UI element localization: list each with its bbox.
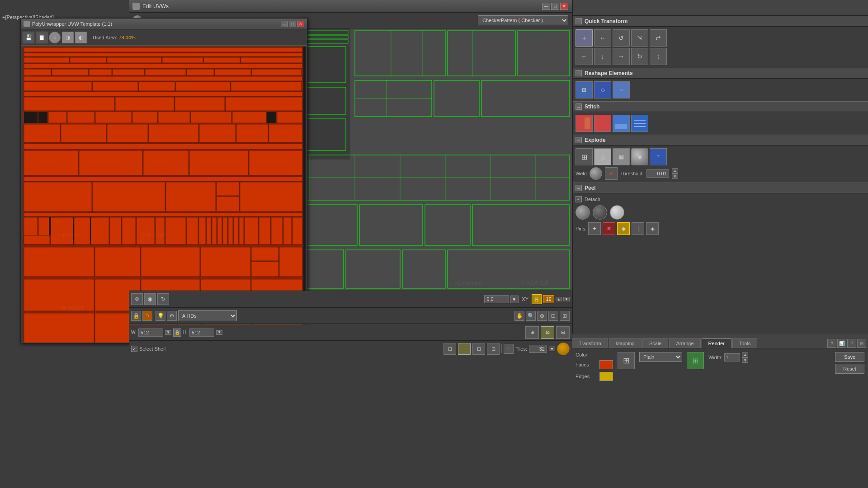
width-up-btn[interactable]: ▲ <box>742 352 748 357</box>
h-spin[interactable]: ▼ <box>216 330 222 335</box>
quick-transform-header[interactable]: – Quick Transform <box>573 16 868 27</box>
uv-ball-icon[interactable] <box>557 343 570 355</box>
tab-question-btn[interactable]: ? <box>847 339 856 348</box>
view-mode-3-btn[interactable]: ⊟ <box>556 326 570 339</box>
grid-value-display[interactable]: 16 <box>543 295 554 303</box>
light-btn[interactable]: 💡 <box>156 311 165 321</box>
stitch-3-btn[interactable] <box>613 115 630 132</box>
stitch-header[interactable]: – Stitch <box>573 101 868 112</box>
explode-grid-btn[interactable]: ⊞ <box>576 148 593 165</box>
scale-tab[interactable]: Scale <box>642 338 669 348</box>
lock-uv-btn[interactable]: 🔒 <box>131 311 141 321</box>
zoom-region-btn[interactable]: ⊕ <box>537 311 547 321</box>
render-tab[interactable]: Render <box>702 338 731 348</box>
green-grid-btn[interactable]: ⊞ <box>687 352 704 369</box>
lasso-btn[interactable]: ⊃ <box>142 311 152 321</box>
peel-header[interactable]: – Peel <box>573 183 868 193</box>
explode-triangle-btn[interactable]: △ <box>594 148 611 165</box>
render-grid-btn-1[interactable]: ⊞ <box>618 352 635 369</box>
minus-btn[interactable]: − <box>504 344 514 354</box>
frame-btn[interactable]: ⊡ <box>548 311 558 321</box>
save-btn[interactable]: Save <box>835 352 864 362</box>
view-mode-2-btn[interactable]: ⊠ <box>541 326 554 339</box>
tab-graph-btn[interactable]: 📊 <box>837 339 846 348</box>
explode-sphere-btn[interactable]: ◉ <box>631 148 648 165</box>
h-input[interactable]: 512 <box>189 328 214 337</box>
width-down-btn[interactable]: ▼ <box>742 357 748 363</box>
pin-add-btn[interactable]: ✦ <box>588 222 601 235</box>
pu-save-icon[interactable]: 💾 <box>23 32 34 43</box>
pu-copy-icon[interactable]: 📋 <box>36 32 47 43</box>
brush-tool-btn[interactable]: ◉ <box>144 293 156 305</box>
transform-tab[interactable]: Transform <box>572 338 608 348</box>
reset-btn[interactable]: Reset <box>835 364 864 374</box>
weld-circle-btn[interactable] <box>590 167 602 180</box>
view-mode-1-btn[interactable]: ⊞ <box>525 326 539 339</box>
qt-scale-btn[interactable]: ⇲ <box>631 29 648 47</box>
pin-remove-btn[interactable]: ✕ <box>603 222 615 235</box>
qt-move-btn[interactable]: + <box>576 29 593 47</box>
tiles-spin[interactable]: ▼ <box>549 347 555 351</box>
w-spin[interactable]: ▼ <box>165 330 171 335</box>
tab-expand-btn[interactable]: ⊞ <box>857 339 866 348</box>
tools-tab[interactable]: Tools <box>732 338 758 348</box>
uvws-close-btn[interactable]: ✕ <box>560 3 568 10</box>
explode-lines-btn[interactable]: ≡ <box>650 148 667 165</box>
pu-circle-icon[interactable]: ○ <box>49 32 61 43</box>
gear-btn[interactable]: ⚙ <box>167 311 177 321</box>
allids-dropdown[interactable]: All IDs <box>178 310 237 321</box>
tab-hash-btn[interactable]: # <box>827 339 836 348</box>
pu-brightness-icon[interactable]: ◑ <box>62 32 74 43</box>
stitch-4-btn[interactable] <box>631 115 648 132</box>
zoom-in-btn[interactable]: 🔍 <box>526 311 536 321</box>
peel-ball-1[interactable] <box>576 205 590 220</box>
explode-collapse-btn[interactable]: – <box>576 137 582 143</box>
aspect-lock-btn[interactable]: 🔒 <box>173 328 181 337</box>
select-shell-checkbox[interactable]: ✓ <box>131 346 137 352</box>
reshape-grid-btn[interactable]: ⊞ <box>576 81 593 99</box>
peel-ball-2[interactable] <box>593 205 607 220</box>
grid-up-btn[interactable]: ▲ <box>556 297 562 301</box>
reshape-relax-btn[interactable]: ◇ <box>594 81 611 99</box>
edges-color-swatch[interactable] <box>599 372 613 381</box>
mapping-tab[interactable]: Mapping <box>609 338 642 348</box>
qt-flip-v-btn[interactable]: ↕ <box>650 48 667 65</box>
explode-header[interactable]: – Explode <box>573 135 868 145</box>
value-input-display[interactable]: 0.0 <box>484 295 509 303</box>
qt-align-l-btn[interactable]: ← <box>576 48 593 65</box>
grid-view-btn[interactable]: ⊞ <box>443 343 456 355</box>
qt-flip-h-btn[interactable]: ↔ <box>594 29 611 47</box>
w-input[interactable]: 512 <box>138 328 163 337</box>
arrange-tab[interactable]: Arrange <box>669 338 700 348</box>
pin-gold-btn[interactable]: ◆ <box>617 222 630 235</box>
reshape-circle-btn[interactable]: ○ <box>613 81 630 99</box>
detach-checkbox[interactable]: ✓ <box>576 196 582 202</box>
pu-maximize-btn[interactable]: □ <box>289 21 296 27</box>
qt-align-r-btn[interactable]: → <box>613 48 630 65</box>
stitch-collapse-btn[interactable]: – <box>576 103 582 110</box>
pu-contrast-icon[interactable]: ◐ <box>75 32 87 43</box>
pin-vertical-btn[interactable]: | <box>632 222 644 235</box>
value-spin[interactable]: ▼ <box>510 296 519 303</box>
tiles-input[interactable]: 32 <box>529 345 547 353</box>
threshold-down-btn[interactable]: ▼ <box>672 174 678 179</box>
reshape-collapse-btn[interactable]: – <box>576 70 582 76</box>
move-tool-btn[interactable]: ✥ <box>131 293 143 305</box>
flat-view-btn[interactable]: ⊟ <box>472 343 485 355</box>
pu-minimize-btn[interactable]: — <box>281 21 288 27</box>
uvws-minimize-btn[interactable]: — <box>542 3 550 10</box>
stitch-1-btn[interactable] <box>576 115 593 132</box>
pin-snap-btn[interactable]: ◈ <box>646 222 659 235</box>
uvws-maximize-btn[interactable]: □ <box>551 3 559 10</box>
stitch-2-btn[interactable] <box>594 115 611 132</box>
qt-collapse-btn[interactable]: – <box>576 18 582 24</box>
peel-collapse-btn[interactable]: – <box>576 185 582 191</box>
hand-btn[interactable]: ✋ <box>514 311 524 321</box>
pu-close-btn[interactable]: ✕ <box>297 21 304 27</box>
rotate-tool-btn[interactable]: ↻ <box>157 293 169 305</box>
list-view-btn[interactable]: ≡ <box>458 343 471 355</box>
threshold-up-btn[interactable]: ▲ <box>672 168 678 174</box>
grid-down-btn[interactable]: ▼ <box>563 297 570 301</box>
weld-x-btn[interactable]: ✕ <box>605 167 618 180</box>
plain-dropdown[interactable]: Plain <box>639 352 682 362</box>
